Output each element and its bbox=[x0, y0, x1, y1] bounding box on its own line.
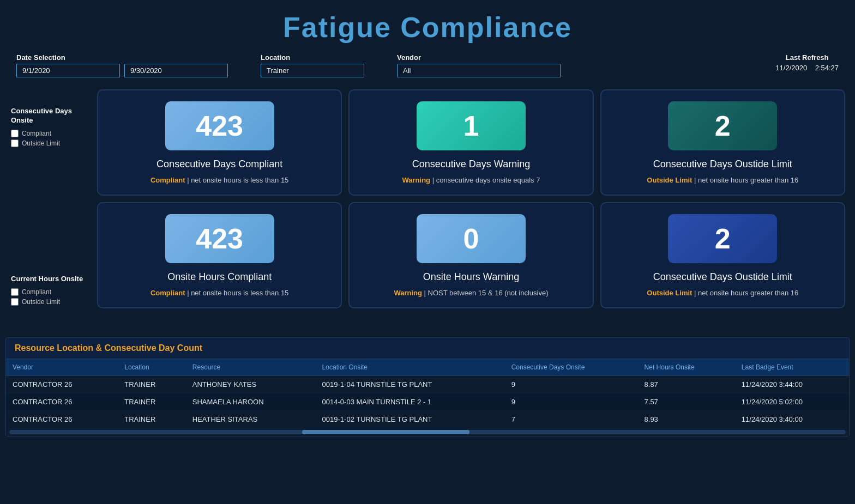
cell-location: TRAINER bbox=[118, 375, 186, 393]
card-hours-warning-number: 0 bbox=[463, 222, 479, 255]
card-hours-outside-status: Outside Limit | net onsite hours greater… bbox=[647, 289, 798, 297]
date-start-input[interactable] bbox=[16, 64, 120, 77]
table-title: Resource Location & Consecutive Day Coun… bbox=[15, 343, 202, 353]
cell-location-onsite: 0019-1-04 TURNSTILE TG PLANT bbox=[316, 375, 505, 393]
card-compliant-status: Compliant | net onsite hours is less tha… bbox=[150, 176, 288, 184]
card-compliant-title: Consecutive Days Compliant bbox=[156, 158, 282, 171]
cell-location-onsite: 0014-0-03 MAIN TURNSTILE 2 - 1 bbox=[316, 393, 505, 410]
sidebar-consecutive-compliant-label: Compliant bbox=[22, 130, 51, 137]
vendor-label: Vendor bbox=[397, 53, 561, 62]
cell-location-onsite: 0019-1-02 TURNSTILE TG PLANT bbox=[316, 410, 505, 428]
col-location: Location bbox=[118, 359, 186, 376]
card-consecutive-outside: 2 Consecutive Days Oustide Limit Outside… bbox=[600, 89, 845, 196]
last-refresh-date: 11/2/2020 bbox=[775, 64, 807, 72]
cell-consecutive-days: 9 bbox=[505, 393, 638, 410]
card-hours-outside-status-text: | net onsite hours greater than 16 bbox=[692, 289, 798, 297]
table-body: CONTRACTOR 26 TRAINER ANTHONEY KATES 001… bbox=[6, 375, 849, 428]
card-hours-compliant-title: Onsite Hours Compliant bbox=[167, 271, 272, 283]
cell-last-badge: 11/24/2020 3:44:00 bbox=[735, 375, 849, 393]
card-consecutive-compliant: 423 Consecutive Days Compliant Compliant… bbox=[97, 89, 342, 196]
table-row[interactable]: CONTRACTOR 26 TRAINER ANTHONEY KATES 001… bbox=[6, 375, 849, 393]
sidebar-hours-compliant-checkbox[interactable] bbox=[11, 288, 19, 296]
card-outside-status-label: Outside Limit bbox=[647, 176, 692, 184]
sidebar-consecutive-title: Consecutive Days Onsite bbox=[11, 107, 87, 125]
card-hours-warning-status-text: | NOST between 15 & 16 (not inclusive) bbox=[422, 289, 548, 297]
sidebar-hours-outside-row: Outside Limit bbox=[11, 298, 87, 306]
main-content: Consecutive Days Onsite Compliant Outsid… bbox=[0, 85, 855, 330]
sidebar-section-consecutive: Consecutive Days Onsite Compliant Outsid… bbox=[11, 107, 87, 149]
card-hours-compliant-status-text: | net onsite hours is less than 15 bbox=[185, 289, 289, 297]
table-head: Vendor Location Resource Location Onsite… bbox=[6, 359, 849, 376]
cell-resource: SHAMAELA HAROON bbox=[186, 393, 316, 410]
vendor-input[interactable] bbox=[397, 64, 561, 77]
card-compliant-number: 423 bbox=[196, 110, 243, 142]
card-hours-outside-status-label: Outside Limit bbox=[647, 289, 692, 297]
card-hours-compliant-number: 423 bbox=[196, 222, 243, 255]
sidebar: Consecutive Days Onsite Compliant Outsid… bbox=[5, 85, 93, 330]
cell-vendor: CONTRACTOR 26 bbox=[6, 393, 118, 410]
card-warning-status-text: | consecutive days onsite equals 7 bbox=[430, 176, 540, 184]
card-hours-outside-title: Consecutive Days Oustide Limit bbox=[653, 271, 792, 283]
scroll-thumb[interactable] bbox=[302, 430, 469, 434]
cell-location: TRAINER bbox=[118, 410, 186, 428]
vendor-group: Vendor bbox=[397, 53, 561, 77]
cards-row-1: 423 Consecutive Days Compliant Compliant… bbox=[97, 89, 845, 196]
page-title: Fatigue Compliance bbox=[0, 0, 855, 49]
cell-consecutive-days: 9 bbox=[505, 375, 638, 393]
card-hours-compliant-status: Compliant | net onsite hours is less tha… bbox=[150, 289, 288, 297]
header-bar: Date Selection Location Vendor Last Refr… bbox=[0, 49, 855, 85]
sidebar-hours-outside-checkbox[interactable] bbox=[11, 298, 19, 306]
cell-resource: ANTHONEY KATES bbox=[186, 375, 316, 393]
card-warning-status: Warning | consecutive days onsite equals… bbox=[402, 176, 540, 184]
card-hours-compliant-status-label: Compliant bbox=[150, 289, 185, 297]
sidebar-consecutive-outside-checkbox[interactable] bbox=[11, 139, 19, 147]
sidebar-section-hours: Current Hours Onsite Compliant Outside L… bbox=[11, 275, 87, 308]
cell-vendor: CONTRACTOR 26 bbox=[6, 375, 118, 393]
cell-consecutive-days: 7 bbox=[505, 410, 638, 428]
cell-vendor: CONTRACTOR 26 bbox=[6, 410, 118, 428]
location-input[interactable] bbox=[261, 64, 364, 77]
card-warning-title: Consecutive Days Warning bbox=[412, 158, 530, 171]
col-last-badge: Last Badge Event bbox=[735, 359, 849, 376]
table-row[interactable]: CONTRACTOR 26 TRAINER SHAMAELA HAROON 00… bbox=[6, 393, 849, 410]
last-refresh-time: 2:54:27 bbox=[815, 64, 839, 72]
table-header-bar: Resource Location & Consecutive Day Coun… bbox=[6, 338, 849, 359]
card-hours-warning-status: Warning | NOST between 15 & 16 (not incl… bbox=[394, 289, 548, 297]
cards-area: 423 Consecutive Days Compliant Compliant… bbox=[93, 85, 850, 330]
card-hours-outside: 2 Consecutive Days Oustide Limit Outside… bbox=[600, 202, 845, 308]
card-outside-title: Consecutive Days Oustide Limit bbox=[653, 158, 792, 171]
scroll-track[interactable] bbox=[9, 430, 846, 434]
cell-last-badge: 11/24/2020 5:02:00 bbox=[735, 393, 849, 410]
sidebar-consecutive-compliant-row: Compliant bbox=[11, 130, 87, 137]
sidebar-hours-outside-label: Outside Limit bbox=[22, 298, 60, 306]
cell-net-hours: 7.57 bbox=[638, 393, 735, 410]
resource-table-section: Resource Location & Consecutive Day Coun… bbox=[5, 337, 850, 436]
card-warning-status-label: Warning bbox=[402, 176, 431, 184]
sidebar-consecutive-outside-row: Outside Limit bbox=[11, 139, 87, 147]
resource-table: Vendor Location Resource Location Onsite… bbox=[6, 359, 849, 428]
card-hours-warning-title: Onsite Hours Warning bbox=[423, 271, 519, 283]
cell-net-hours: 8.93 bbox=[638, 410, 735, 428]
card-consecutive-warning: 1 Consecutive Days Warning Warning | con… bbox=[348, 89, 593, 196]
col-consecutive-days: Consecutive Days Onsite bbox=[505, 359, 638, 376]
card-hours-outside-number-box: 2 bbox=[668, 214, 777, 263]
sidebar-consecutive-compliant-checkbox[interactable] bbox=[11, 130, 19, 137]
date-end-input[interactable] bbox=[124, 64, 228, 77]
card-hours-warning-number-box: 0 bbox=[417, 214, 526, 263]
last-refresh-group: Last Refresh 11/2/2020 2:54:27 bbox=[775, 53, 839, 72]
card-warning-number-box: 1 bbox=[417, 101, 526, 150]
table-scrollbar[interactable] bbox=[6, 428, 849, 436]
table-header-row: Vendor Location Resource Location Onsite… bbox=[6, 359, 849, 376]
cell-last-badge: 11/24/2020 3:40:00 bbox=[735, 410, 849, 428]
sidebar-hours-title: Current Hours Onsite bbox=[11, 275, 87, 284]
table-row[interactable]: CONTRACTOR 26 TRAINER HEATHER SITARAS 00… bbox=[6, 410, 849, 428]
card-compliant-status-label: Compliant bbox=[150, 176, 185, 184]
card-hours-compliant-number-box: 423 bbox=[165, 214, 274, 263]
cell-resource: HEATHER SITARAS bbox=[186, 410, 316, 428]
cards-row-2: 423 Onsite Hours Compliant Compliant | n… bbox=[97, 202, 845, 308]
card-outside-number-box: 2 bbox=[668, 101, 777, 150]
card-hours-compliant: 423 Onsite Hours Compliant Compliant | n… bbox=[97, 202, 342, 308]
card-hours-warning: 0 Onsite Hours Warning Warning | NOST be… bbox=[348, 202, 593, 308]
col-net-hours: Net Hours Onsite bbox=[638, 359, 735, 376]
col-vendor: Vendor bbox=[6, 359, 118, 376]
